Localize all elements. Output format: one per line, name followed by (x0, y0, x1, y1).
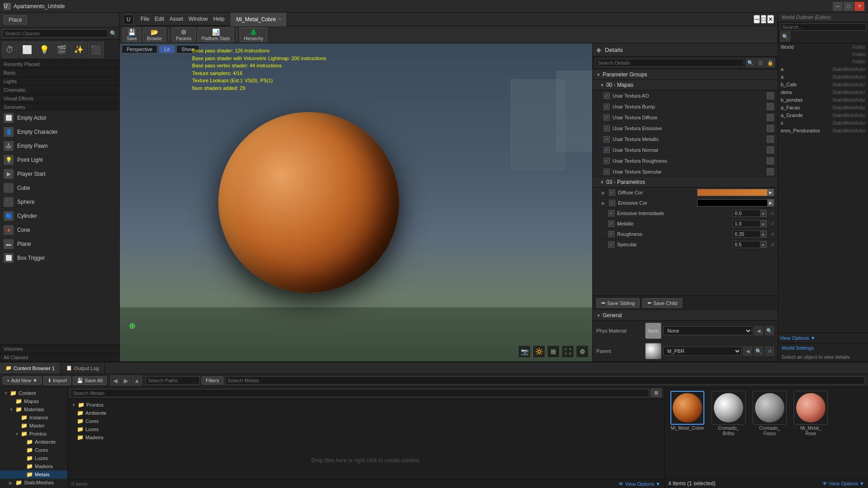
section-volumes[interactable]: Volumes (0, 344, 119, 353)
class-item-point-light[interactable]: 💡 Point Light (0, 153, 119, 167)
usar-diffuse-checkbox[interactable] (604, 114, 610, 121)
specular-reset[interactable]: ↺ (770, 242, 774, 247)
diffuse-color-arrow[interactable]: ▶ (767, 189, 774, 196)
emissive-color-arrow[interactable]: ▶ (767, 200, 774, 206)
tree-master[interactable]: 📁 Master (0, 422, 67, 430)
param-usar-roughness[interactable]: Usar Textura Roughness (593, 155, 778, 166)
diffuse-checkbox[interactable] (609, 189, 615, 196)
world-settings-link[interactable]: World Settings (778, 343, 868, 352)
grid-btn[interactable]: ⊞ (547, 345, 560, 358)
outliner-item-a1[interactable]: a StaticMeshActor (778, 66, 868, 73)
tree-content[interactable]: ▼ 📁 Content (0, 389, 67, 397)
usar-bump-checkbox[interactable] (604, 103, 610, 110)
editor-close-btn[interactable]: ✕ (767, 15, 774, 23)
minimize-btn[interactable]: ─ (833, 2, 843, 11)
section-geometry[interactable]: Geometry (0, 103, 119, 111)
general-header[interactable]: ▼ General (593, 310, 778, 321)
outliner-search-input[interactable] (780, 23, 867, 31)
class-item-sphere[interactable]: ⚫ Sphere (0, 195, 119, 209)
menu-edit[interactable]: Edit (155, 16, 164, 22)
search-submit-btn[interactable]: 🔍 (746, 58, 755, 67)
lit-btn[interactable]: Lit (159, 45, 175, 53)
thumb-mi-metal-cobre[interactable]: Mi_Metal_Cobre (668, 391, 707, 475)
usar-emissive-value[interactable] (767, 125, 774, 132)
outliner-item-pondas[interactable]: b_pondas StaticMeshActor (778, 96, 868, 104)
recently-placed-icon[interactable]: ⏱ (2, 42, 18, 58)
diffuse-color-bar[interactable]: ▶ (697, 189, 774, 196)
param-usar-specular[interactable]: Usar Textura Specular (593, 166, 778, 177)
tab-output-log[interactable]: 📋 Output Log (61, 362, 104, 374)
tree-luzes[interactable]: 📁 Luzes (0, 454, 67, 462)
thumb-cromado-fosco[interactable]: Cromado_Fosco (750, 391, 789, 475)
filter-btn[interactable]: ☰ (756, 58, 765, 67)
phys-material-back-btn[interactable]: ◀ (754, 326, 763, 335)
specular-input[interactable] (733, 241, 760, 248)
usar-metallic-checkbox[interactable] (604, 136, 610, 142)
emissive-color-bar[interactable]: ▶ (697, 199, 774, 206)
outliner-item-facas[interactable]: a_Facas StaticMeshActor (778, 104, 868, 112)
material-tab-close[interactable]: × (278, 17, 281, 22)
cb-mid-filter-btn[interactable]: ⊞ (651, 389, 661, 397)
class-item-cylinder[interactable]: 🔵 Cylinder (0, 209, 119, 223)
group-00-header[interactable]: ▼ 00 - Mapas (593, 80, 778, 90)
usar-emissive-checkbox[interactable] (604, 125, 610, 131)
details-search-input[interactable] (595, 59, 744, 67)
emissive-int-reset[interactable]: ↺ (770, 211, 774, 216)
nav-fwd-btn[interactable]: ▶ (121, 375, 131, 385)
cinematic-icon[interactable]: 🎬 (53, 42, 70, 58)
import-button[interactable]: ⬇ Import (43, 376, 71, 385)
cb-view-options[interactable]: 👁 View Options ▼ (618, 481, 660, 487)
section-recently-placed[interactable]: Recently Placed (0, 60, 119, 68)
param-groups-header[interactable]: ▼ Parameter Groups (593, 70, 778, 80)
nav-up-btn[interactable]: ▲ (132, 375, 142, 385)
mid-tree-ambiente[interactable]: 📁 Ambiente (68, 409, 664, 417)
phys-material-search-btn[interactable]: 🔍 (765, 326, 774, 335)
outliner-item-s[interactable]: s StaticMeshActor (778, 119, 868, 127)
emissive-int-checkbox[interactable] (608, 210, 614, 216)
param-usar-ao[interactable]: Usar Textura AO (593, 90, 778, 101)
menu-help[interactable]: Help (213, 16, 225, 22)
filters-button[interactable]: Filters (202, 376, 223, 385)
class-item-cone[interactable]: 🔺 Cone (0, 223, 119, 237)
param-specular[interactable]: Specular ▲ ↺ (593, 239, 778, 250)
lights-icon[interactable]: 💡 (36, 42, 52, 58)
mid-tree-luzes[interactable]: 📁 Luzes (68, 425, 664, 433)
params-button[interactable]: ⚙ Params (172, 28, 195, 42)
save-all-button[interactable]: 💾 Save All (73, 376, 107, 385)
close-btn[interactable]: ✕ (854, 2, 864, 11)
mid-tree-madeira[interactable]: 📁 Madeira (68, 433, 664, 441)
roughness-checkbox[interactable] (608, 231, 614, 237)
param-usar-metallic[interactable]: Usar Textura Metallic (593, 134, 778, 145)
class-item-empty-character[interactable]: 👤 Empty Character (0, 125, 119, 139)
tree-instance[interactable]: 📁 Instance (0, 413, 67, 422)
save-child-button[interactable]: ⬅ Save Child (642, 298, 682, 308)
editor-minimize-btn[interactable]: ─ (754, 15, 760, 23)
usar-ao-checkbox[interactable] (604, 93, 610, 99)
outliner-item-1[interactable]: Folder (778, 51, 868, 58)
search-classes-input[interactable] (3, 29, 108, 38)
tree-prontos[interactable]: ▼ 📁 Prontos (0, 430, 67, 438)
parent-search-btn[interactable]: 🔍 (754, 347, 763, 356)
usar-roughness-value[interactable] (767, 157, 774, 164)
tree-cores[interactable]: 📁 Cores (0, 446, 67, 454)
metallic-input[interactable] (733, 221, 760, 227)
platform-stats-button[interactable]: 📊 Platform Stats (198, 28, 234, 42)
class-item-player-start[interactable]: ▶ Player Start (0, 167, 119, 181)
usar-normal-value[interactable] (767, 146, 774, 154)
specular-spin-up[interactable]: ▲ (760, 241, 766, 248)
tree-madeira[interactable]: 📁 Madeira (0, 462, 67, 470)
browse-button[interactable]: 📂 Browse (143, 28, 166, 42)
section-visual-effects[interactable]: Visual Effects (0, 94, 119, 103)
parent-dropdown[interactable]: M_PBR (663, 347, 741, 356)
outliner-item-world[interactable]: World Folder (778, 43, 868, 51)
param-metallic[interactable]: Metallic ▲ ↺ (593, 219, 778, 229)
usar-specular-value[interactable] (767, 168, 774, 175)
roughness-spin-up[interactable]: ▲ (760, 231, 766, 237)
visual-effects-icon[interactable]: ✨ (71, 42, 87, 58)
emissive-int-input[interactable] (733, 210, 760, 216)
add-new-button[interactable]: + Add New ▼ (3, 376, 42, 385)
param-diffuse-cor[interactable]: ▶ Diffuse Cor ▶ (593, 188, 778, 198)
section-all-classes[interactable]: All Classes (0, 353, 119, 361)
param-usar-emissive[interactable]: Usar Textura Emissive (593, 123, 778, 134)
tree-staticmeshes[interactable]: ▶ 📁 StaticMeshes (0, 479, 67, 487)
